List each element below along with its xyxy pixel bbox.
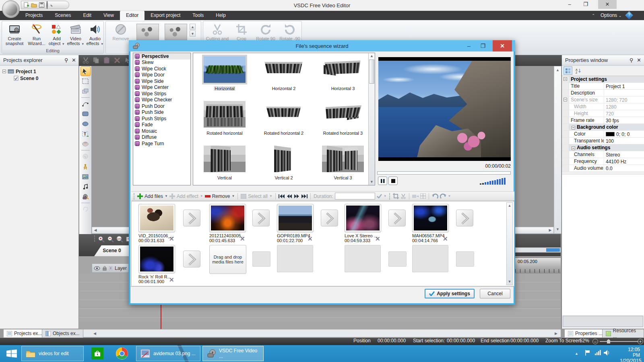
file-thumbnail[interactable]	[277, 204, 314, 232]
variant-horizontal[interactable]: Horizontal	[196, 55, 253, 92]
timeline-hscrollbar-right[interactable]	[515, 247, 561, 253]
taskbar-vsdc-button[interactable]: VSDC Free Video ...	[202, 346, 264, 361]
menu-view[interactable]: View	[97, 11, 120, 20]
tool-ellipse-button[interactable]	[80, 119, 91, 129]
effect-item-fade[interactable]: Fade	[133, 122, 190, 128]
tab-resources[interactable]: Resources ...	[602, 329, 644, 338]
effect-item-wipe-center[interactable]: Wipe Center	[133, 84, 190, 91]
file-thumbnail[interactable]	[412, 204, 449, 232]
property-row-title[interactable]: TitleProject 1	[562, 83, 644, 90]
effect-item-perspective[interactable]: Perspective	[133, 53, 190, 60]
search-icon[interactable]	[46, 2, 48, 9]
tray-flag-icon[interactable]	[584, 349, 591, 356]
apply-duration-icon[interactable]	[377, 194, 382, 198]
taskbar-avidemux-button[interactable]: avidemux 03.png ...	[136, 346, 200, 361]
remove-file-icon[interactable]: ✕	[443, 235, 448, 243]
dialog-minimize-button[interactable]: –	[463, 40, 475, 51]
property-row-frame-rate[interactable]: Frame rate30 fps	[562, 117, 644, 124]
chrome-icon[interactable]	[115, 347, 129, 360]
collapse-ribbon-icon[interactable]: ⌃	[592, 13, 595, 18]
tool-lasso-button[interactable]	[80, 204, 91, 214]
store-icon[interactable]	[91, 348, 103, 360]
variant-vertical[interactable]: Vertical	[196, 144, 253, 181]
tool-audio-button[interactable]	[80, 182, 91, 191]
sort-az-button[interactable]: AZ	[574, 66, 583, 75]
ribbon-audio-effects-button[interactable]: Audioeffects ▼	[86, 23, 104, 47]
categorized-view-button[interactable]	[564, 66, 572, 75]
ribbon-crop-button[interactable]: Crop	[230, 23, 253, 41]
property-row-color[interactable]: Color0; 0; 0	[562, 131, 644, 138]
effect-item-wipe-strips[interactable]: Wipe Strips	[133, 90, 190, 97]
tray-expand-icon[interactable]: ▲	[575, 352, 578, 356]
tab-projects-explorer[interactable]: Projects ex...	[3, 329, 45, 338]
menu-edit[interactable]: Edit	[77, 11, 97, 20]
transition-scroll-up[interactable]: ▲	[190, 24, 196, 30]
tool-layers-button[interactable]	[80, 86, 91, 96]
menu-tools[interactable]: Tools	[186, 11, 210, 20]
ribbon-create-snapshot-button[interactable]: Createsnapshot	[4, 23, 25, 46]
effect-item-diffuse[interactable]: Diffuse	[133, 134, 190, 141]
tool-text-button[interactable]: T	[80, 129, 91, 139]
property-row-frequency[interactable]: Frequency44100 Hz	[562, 158, 644, 165]
effect-item-push-side[interactable]: Push Side	[133, 109, 190, 116]
cut-tool-icon[interactable]	[400, 193, 406, 199]
file-thumbnail[interactable]	[209, 204, 246, 232]
effect-item-page-turn[interactable]: Page Turn	[133, 140, 190, 147]
menu-scenes[interactable]: Scenes	[49, 11, 77, 20]
tray-volume-icon[interactable]	[603, 350, 611, 356]
pause-button[interactable]	[378, 177, 387, 185]
zoom-out-button[interactable]: –	[592, 339, 598, 344]
variant-vertical-3[interactable]: Vertical 3	[315, 144, 371, 181]
menu-export-project[interactable]: Export project	[144, 11, 186, 20]
tool-rect-select-button[interactable]	[80, 76, 91, 86]
ribbon-add-object-button[interactable]: Addobject ▼	[48, 23, 66, 47]
apply-settings-button[interactable]: Apply settings	[425, 289, 475, 298]
menu-help[interactable]: Help	[210, 11, 232, 20]
timeline-hscrollbar[interactable]: ◀▶	[79, 329, 561, 337]
export-tool-icon[interactable]	[412, 193, 419, 199]
effect-item-wipe-checker[interactable]: Wipe Checker	[133, 97, 190, 103]
minimize-button[interactable]: –	[564, 0, 576, 9]
close-panel-icon[interactable]: ✕	[637, 55, 641, 66]
property-row-audio-volume[interactable]: Audio volume0.0	[562, 165, 644, 172]
remove-file-icon[interactable]: ✕	[375, 235, 380, 243]
canvas-vscrollbar[interactable]: ▲▼	[554, 66, 561, 234]
close-button[interactable]: ✕	[598, 0, 617, 9]
tree-collapse-icon[interactable]: –	[2, 70, 6, 73]
remove-file-icon[interactable]: ✕	[308, 235, 313, 243]
property-group-background-color[interactable]: –Background color	[562, 124, 644, 131]
property-row-height[interactable]: Height720	[562, 110, 644, 117]
go-last-button[interactable]	[301, 194, 308, 198]
undo-icon[interactable]	[432, 193, 438, 199]
remove-transition-button[interactable]: Remove	[108, 23, 133, 41]
zoom-in-button[interactable]: +	[638, 339, 643, 344]
pin-icon[interactable]: ⚲	[64, 55, 68, 66]
tool-sprite-button[interactable]	[80, 139, 91, 149]
add-effect-button[interactable]: Add effect▼	[169, 193, 203, 199]
select-all-button[interactable]: Select all▼	[241, 193, 272, 199]
remove-file-icon[interactable]: ✕	[240, 235, 245, 243]
ribbon-rotate-90-button[interactable]: Rotate 90	[254, 23, 277, 41]
ribbon-rotate-90-button[interactable]: Rotate -90	[278, 23, 301, 41]
effect-item-wipe-side[interactable]: Wipe Side	[133, 78, 190, 84]
start-button[interactable]	[6, 350, 17, 358]
menu-editor[interactable]: Editor	[120, 11, 144, 20]
effect-item-skew[interactable]: Skew	[133, 60, 190, 66]
effect-item-push-strips[interactable]: Push Strips	[133, 115, 190, 122]
go-first-button[interactable]	[279, 194, 285, 198]
add-files-button[interactable]: Add files▼	[137, 193, 168, 199]
transition-thumb[interactable]	[165, 24, 187, 41]
help-icon[interactable]: ?	[625, 11, 633, 19]
pin-icon[interactable]: ⚲	[630, 55, 634, 66]
menu-projects[interactable]: Projects	[19, 11, 49, 20]
dialog-titlebar[interactable]: File's sequence wizard – ❐ ✕	[129, 40, 515, 51]
transition-thumb[interactable]	[136, 24, 159, 41]
zoom-100-icon[interactable]: 100	[116, 235, 124, 243]
property-row-scene-s-size[interactable]: –Scene's size1280; 720	[562, 97, 644, 103]
zoom-slider-handle[interactable]	[607, 339, 610, 343]
ribbon-run-wizard-button[interactable]: RunWizard...	[26, 23, 47, 46]
tool-curve-button[interactable]	[80, 99, 91, 109]
transition-scroll-down[interactable]: ▼	[190, 31, 196, 37]
tool-cursor-button[interactable]	[80, 66, 91, 76]
tree-item-project[interactable]: – Project 1	[2, 68, 78, 75]
